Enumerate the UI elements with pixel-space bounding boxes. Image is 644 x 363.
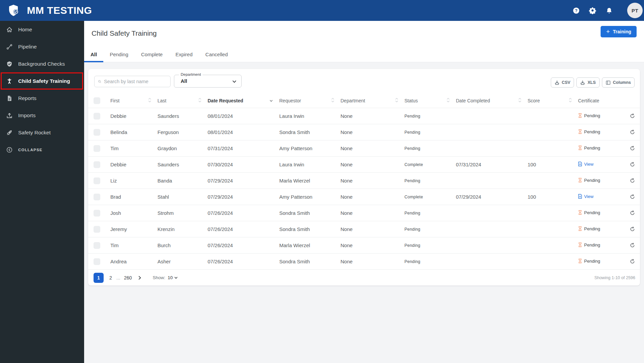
refresh-icon[interactable] [630, 178, 635, 184]
help-icon[interactable]: ? [572, 7, 580, 14]
sort-icon [518, 98, 522, 104]
row-checkbox[interactable] [94, 210, 100, 217]
sort-desc-icon [269, 98, 273, 103]
tab-pending[interactable]: Pending [103, 48, 135, 62]
row-checkbox[interactable] [94, 113, 100, 120]
refresh-icon[interactable] [630, 162, 635, 167]
column-header-department[interactable]: Department [341, 98, 404, 104]
page-button-1[interactable]: 1 [94, 273, 104, 283]
cell-department: None [341, 194, 404, 200]
tab-complete[interactable]: Complete [135, 48, 169, 62]
row-checkbox[interactable] [94, 242, 100, 249]
export-csv-button[interactable]: CSV [551, 77, 574, 88]
row-checkbox[interactable] [94, 258, 100, 265]
page-button-last[interactable]: 260 [124, 275, 132, 280]
sidebar-item-reports[interactable]: Reports [0, 90, 84, 107]
cell-department: None [341, 210, 404, 216]
row-checkbox[interactable] [94, 194, 100, 200]
department-select-value: All [181, 78, 187, 84]
sidebar-item-background-checks[interactable]: Background Checks [0, 55, 84, 72]
sidebar-item-pipeline[interactable]: Pipeline [0, 38, 84, 55]
refresh-icon[interactable] [630, 113, 635, 119]
tab-cancelled[interactable]: Cancelled [199, 48, 234, 62]
sidebar-item-safety-rocket[interactable]: Safety Rocket [0, 124, 84, 141]
show-label: Show: [153, 275, 166, 280]
tab-expired[interactable]: Expired [169, 48, 199, 62]
row-checkbox[interactable] [94, 129, 100, 136]
column-header-score[interactable]: Score [528, 98, 578, 104]
search-input[interactable] [104, 79, 167, 84]
certificate-pending-badge: Pending [578, 178, 600, 183]
next-page-chevron-icon[interactable] [137, 275, 142, 280]
cell-status: Pending [404, 243, 456, 248]
table-row: TimBurch07/26/2024Marla WierzelNonePendi… [88, 237, 640, 253]
gear-icon[interactable] [589, 7, 596, 14]
show-per-page-select[interactable]: 10 [168, 275, 178, 280]
export-xls-button[interactable]: XLS [576, 77, 599, 88]
department-select[interactable]: Department All [174, 75, 242, 88]
column-header-status[interactable]: Status [404, 98, 456, 104]
certificate-pending-badge: Pending [578, 242, 600, 248]
refresh-icon[interactable] [630, 259, 635, 264]
hourglass-icon [578, 113, 582, 118]
certificate-view-link[interactable]: View [578, 194, 594, 199]
cell-first: Tim [110, 242, 157, 248]
sidebar-item-child-safety-training[interactable]: Child Safety Training [1, 72, 83, 90]
column-header-first[interactable]: First [110, 98, 157, 104]
cell-certificate: Pending [578, 113, 625, 119]
refresh-icon[interactable] [630, 226, 635, 232]
avatar[interactable]: PT [627, 3, 643, 18]
content-area: Department All CSV XLS Columns [84, 62, 644, 363]
cell-score: 100 [528, 162, 578, 167]
search-box[interactable] [94, 76, 171, 87]
cell-status: Pending [404, 114, 456, 119]
bell-icon[interactable] [605, 7, 613, 14]
sidebar-item-home[interactable]: Home [0, 21, 84, 38]
cell-date-requested: 08/01/2024 [208, 113, 279, 119]
row-checkbox[interactable] [94, 226, 100, 233]
certificate-document-icon [578, 194, 582, 199]
hourglass-icon [578, 145, 582, 150]
column-header-requestor[interactable]: Requestor [279, 98, 341, 104]
tab-all[interactable]: All [84, 48, 103, 62]
cell-requestor: Sondra Smith [279, 129, 341, 135]
row-checkbox[interactable] [94, 161, 100, 168]
cell-status: Pending [404, 130, 456, 135]
cell-first: Liz [110, 178, 157, 184]
columns-button[interactable]: Columns [602, 77, 635, 88]
upload-icon [6, 112, 12, 119]
refresh-icon[interactable] [630, 129, 635, 135]
cell-last: Strohm [157, 210, 208, 216]
certificate-view-link[interactable]: View [578, 162, 594, 167]
cell-certificate: View [578, 162, 625, 168]
cell-department: None [341, 259, 404, 264]
cell-date-requested: 07/26/2024 [208, 210, 279, 216]
select-all-checkbox[interactable] [94, 97, 100, 104]
row-checkbox[interactable] [94, 145, 100, 152]
refresh-icon[interactable] [630, 145, 635, 151]
add-training-button[interactable]: + Training [601, 26, 637, 37]
table-row: JoshStrohm07/26/2024Sondra SmithNonePend… [88, 205, 640, 221]
column-header-date-completed[interactable]: Date Completed [456, 98, 528, 104]
cell-certificate: Pending [578, 178, 625, 184]
row-checkbox[interactable] [94, 177, 100, 184]
refresh-icon[interactable] [630, 210, 635, 216]
refresh-icon[interactable] [630, 242, 635, 248]
cell-date-requested: 07/29/2024 [208, 178, 279, 184]
cell-status: Pending [404, 146, 456, 151]
page-title: Child Safety Training [92, 29, 157, 37]
table-row: BelindaFerguson08/01/2024Sondra SmithNon… [88, 124, 640, 140]
sidebar-collapse-button[interactable]: COLLAPSE [0, 141, 84, 158]
cell-last: Burch [157, 242, 208, 248]
report-document-icon [6, 95, 12, 101]
sidebar-item-imports[interactable]: Imports [0, 107, 84, 124]
column-header-last[interactable]: Last [157, 98, 208, 104]
cell-certificate: Pending [578, 259, 625, 265]
plus-icon: + [606, 28, 610, 35]
page-button-2[interactable]: 2 [109, 275, 112, 280]
svg-text:?: ? [575, 8, 577, 13]
column-header-date-requested[interactable]: Date Requested [208, 98, 279, 103]
refresh-icon[interactable] [630, 194, 635, 200]
cell-status: Pending [404, 259, 456, 264]
cell-first: Debbie [110, 113, 157, 119]
